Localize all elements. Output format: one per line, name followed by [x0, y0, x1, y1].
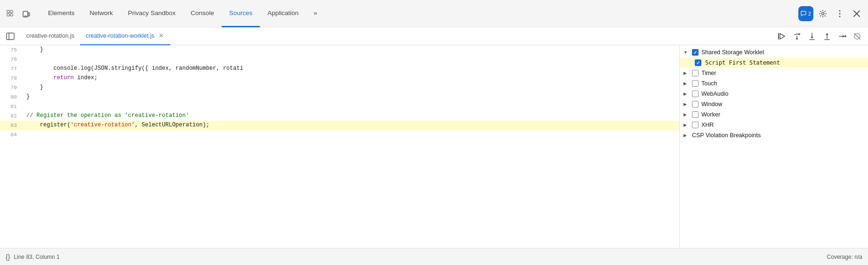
code-line-79: 79 }: [0, 83, 679, 92]
svg-rect-0: [7, 10, 9, 13]
svg-marker-26: [826, 33, 828, 35]
expand-arrow-icon-csp: ▶: [683, 133, 689, 138]
code-line-78: 78 return index;: [0, 74, 679, 83]
svg-marker-21: [796, 38, 798, 40]
svg-rect-3: [10, 14, 13, 16]
step-over-button[interactable]: [790, 29, 804, 43]
deactivate-breakpoints-button[interactable]: [850, 29, 864, 43]
code-line-75: 75 }: [0, 45, 679, 55]
expand-arrow-icon-touch: ▶: [683, 81, 689, 86]
tab-elements[interactable]: Elements: [40, 0, 82, 27]
code-line-84: 84: [0, 130, 679, 140]
close-devtools-icon[interactable]: [849, 6, 864, 21]
svg-point-11: [839, 13, 841, 14]
file-tabs-bar: creative-rotation.js creative-rotation-w…: [0, 27, 868, 45]
svg-marker-17: [780, 33, 785, 39]
group-checkbox-xhr[interactable]: [692, 122, 699, 128]
more-options-icon[interactable]: [832, 6, 847, 21]
svg-point-12: [839, 16, 841, 17]
svg-rect-1: [10, 10, 13, 13]
code-line-77: 77 console.log(JSON.stringify({ index, r…: [0, 64, 679, 74]
group-checkbox-touch[interactable]: [692, 80, 699, 87]
svg-rect-7: [801, 11, 806, 15]
code-line-82: 82 // Register the operation as 'creativ…: [0, 111, 679, 121]
resume-script-button[interactable]: [775, 29, 789, 43]
group-label-shared-storage-worklet: Shared Storage Worklet: [701, 49, 764, 56]
tab-privacy-sandbox[interactable]: Privacy Sandbox: [121, 0, 183, 27]
group-checkbox-timer[interactable]: [692, 70, 699, 76]
group-label-webaudio: WebAudio: [701, 91, 728, 97]
group-checkbox-worker[interactable]: [692, 111, 699, 118]
tab-more[interactable]: »: [306, 0, 325, 27]
expand-arrow-icon-window: ▶: [683, 102, 689, 107]
svg-marker-29: [843, 35, 844, 38]
nav-tabs: Elements Network Privacy Sandbox Console…: [40, 0, 798, 27]
step-button[interactable]: [835, 29, 849, 43]
settings-icon[interactable]: [815, 6, 830, 21]
group-label-timer: Timer: [701, 70, 716, 76]
step-out-button[interactable]: [820, 29, 834, 43]
group-webaudio[interactable]: ▶ WebAudio: [680, 89, 868, 99]
svg-rect-5: [28, 13, 30, 16]
code-editor: 75 } 76 77 console.log(JSON.stringify({ …: [0, 45, 679, 140]
tab-network[interactable]: Network: [82, 0, 121, 27]
cursor-position: Line 83, Column 1: [14, 254, 59, 260]
checkbox-script-first-statement[interactable]: [695, 59, 701, 66]
bp-label-script-first-statement: Script First Statement: [705, 59, 780, 66]
group-window[interactable]: ▶ Window: [680, 99, 868, 109]
code-line-81: 81: [0, 102, 679, 111]
group-xhr[interactable]: ▶ XHR: [680, 120, 868, 130]
svg-rect-2: [7, 14, 9, 16]
close-tab-icon[interactable]: ✕: [157, 32, 165, 40]
group-worker[interactable]: ▶ Worker: [680, 109, 868, 120]
expand-arrow-icon-xhr: ▶: [683, 123, 689, 127]
group-shared-storage-worklet[interactable]: ▼ Shared Storage Worklet: [680, 47, 868, 58]
breakpoints-section: ▼ Shared Storage Worklet Script First St…: [680, 45, 868, 142]
group-timer[interactable]: ▶ Timer: [680, 68, 868, 78]
step-into-button[interactable]: [805, 29, 819, 43]
code-line-76: 76: [0, 55, 679, 64]
sidebar-toggle-icon[interactable]: [4, 30, 17, 43]
group-checkbox-window[interactable]: [692, 101, 699, 108]
tab-application[interactable]: Application: [260, 0, 306, 27]
device-toggle-icon[interactable]: [20, 7, 33, 20]
group-csp-violation[interactable]: ▶ CSP Violation Breakpoints: [680, 130, 868, 141]
file-tab-creative-rotation-js[interactable]: creative-rotation.js: [21, 27, 80, 45]
group-checkbox-shared-storage-worklet[interactable]: [692, 49, 699, 56]
group-label-window: Window: [701, 101, 722, 108]
toolbar-right: [775, 29, 864, 43]
coverage-status: Coverage: n/a: [827, 254, 862, 260]
right-panel: ▼ Shared Storage Worklet Script First St…: [680, 45, 868, 248]
top-nav: Elements Network Privacy Sandbox Console…: [0, 0, 868, 27]
nav-right: 2: [798, 6, 864, 21]
svg-point-9: [822, 12, 824, 15]
expand-arrow-icon: ▼: [683, 50, 689, 55]
expand-arrow-icon-timer: ▶: [683, 71, 689, 75]
svg-rect-15: [7, 33, 14, 40]
group-label-xhr: XHR: [701, 122, 714, 128]
group-checkbox-webaudio[interactable]: [692, 91, 699, 97]
file-tab-creative-rotation-worklet-js[interactable]: creative-rotation-worklet.js ✕: [80, 27, 170, 45]
main-area: 75 } 76 77 console.log(JSON.stringify({ …: [0, 45, 868, 248]
curly-braces-icon: {}: [6, 253, 10, 261]
code-line-80: 80 }: [0, 92, 679, 102]
cursor-icon[interactable]: [4, 7, 17, 20]
svg-point-10: [839, 10, 841, 11]
top-nav-icons: [4, 7, 33, 20]
tab-console[interactable]: Console: [183, 0, 222, 27]
code-line-83: 83 register('creative-rotation', SelectU…: [0, 121, 679, 130]
chat-badge[interactable]: 2: [798, 6, 813, 21]
tab-sources[interactable]: Sources: [222, 0, 260, 27]
group-label-worker: Worker: [701, 111, 720, 118]
expand-arrow-icon-webaudio: ▶: [683, 91, 689, 96]
group-label-touch: Touch: [701, 80, 717, 87]
bp-item-script-first-statement[interactable]: Script First Statement: [680, 58, 868, 68]
svg-point-30: [844, 35, 846, 37]
status-bar: {} Line 83, Column 1 Coverage: n/a: [0, 248, 868, 265]
group-label-csp-violation: CSP Violation Breakpoints: [692, 132, 761, 139]
expand-arrow-icon-worker: ▶: [683, 112, 689, 117]
group-touch[interactable]: ▶ Touch: [680, 78, 868, 89]
svg-marker-23: [811, 37, 813, 39]
code-panel[interactable]: 75 } 76 77 console.log(JSON.stringify({ …: [0, 45, 680, 248]
